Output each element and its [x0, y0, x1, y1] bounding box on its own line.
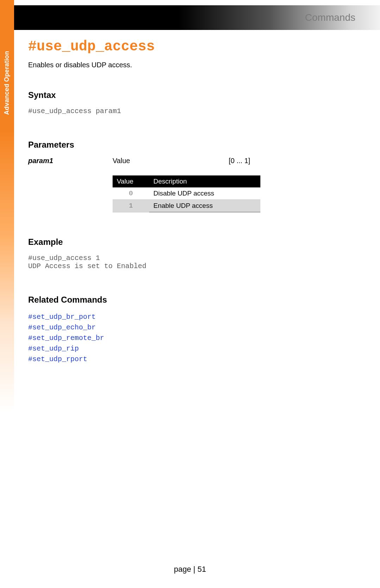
- syntax-code: #use_udp_access param1: [28, 107, 352, 115]
- header-category: Commands: [305, 12, 355, 23]
- table-row: 1 Enable UDP access: [113, 200, 260, 212]
- command-description: Enables or disables UDP access.: [28, 61, 352, 69]
- example-code: #use_udp_access 1 UDP Access is set to E…: [28, 254, 352, 270]
- table-cell-value: 0: [113, 187, 149, 200]
- related-commands-list: #set_udp_br_port #set_udp_echo_br #set_u…: [28, 312, 352, 365]
- related-command-link[interactable]: #set_udp_rport: [28, 355, 87, 363]
- related-command-link[interactable]: #set_udp_rip: [28, 345, 79, 353]
- page-footer: page | 51: [0, 565, 380, 574]
- parameter-value-table: Value Description 0 Disable UDP access 1…: [113, 175, 260, 212]
- table-cell-desc: Enable UDP access: [149, 200, 260, 212]
- content-area: #use_udp_access Enables or disables UDP …: [28, 39, 352, 365]
- table-header-value: Value: [113, 175, 149, 187]
- command-title: #use_udp_access: [28, 39, 352, 55]
- table-cell-value: 1: [113, 200, 149, 212]
- example-heading: Example: [28, 237, 352, 247]
- param-name: param1: [28, 157, 113, 165]
- header-band: Commands: [14, 5, 380, 30]
- related-command-link[interactable]: #set_udp_remote_br: [28, 334, 104, 342]
- side-section-label: Advanced Operation: [0, 41, 13, 125]
- related-command-link[interactable]: #set_udp_echo_br: [28, 323, 96, 332]
- parameter-row: param1 Value [0 ... 1]: [28, 157, 260, 165]
- param-range: [0 ... 1]: [229, 157, 260, 165]
- related-command-link[interactable]: #set_udp_br_port: [28, 313, 96, 321]
- syntax-heading: Syntax: [28, 90, 352, 100]
- related-heading: Related Commands: [28, 295, 352, 305]
- parameters-heading: Parameters: [28, 140, 352, 150]
- table-row: 0 Disable UDP access: [113, 187, 260, 200]
- page-number: page | 51: [174, 565, 206, 574]
- table-cell-desc: Disable UDP access: [149, 187, 260, 200]
- table-header-description: Description: [149, 175, 260, 187]
- param-type: Value: [113, 157, 229, 165]
